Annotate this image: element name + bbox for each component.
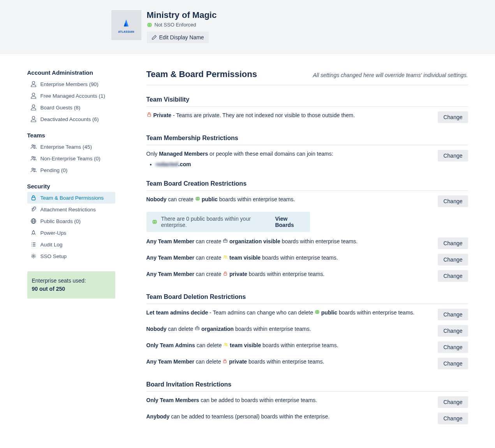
sidebar-item-pending-teams[interactable]: Pending (0) [27,164,115,176]
section-title: Team Board Creation Restrictions [146,180,468,191]
section-title: Team Membership Restrictions [146,135,468,145]
page-subtitle: All settings changed here will override … [313,72,468,78]
domain-list: redacted.com [156,160,430,169]
sidebar-item-team-board-permissions[interactable]: Team & Board Permissions [27,192,115,204]
list-icon [30,241,37,248]
membership-prefix: Only [146,151,159,157]
main-content: Team & Board Permissions All settings ch… [146,69,468,436]
change-button[interactable]: Change [438,111,468,123]
people-icon [30,167,37,173]
deletion-row-public: Let team admins decide - Team admins can… [146,309,468,320]
change-button[interactable]: Change [438,270,468,282]
seats-label: Enterprise seats used: [32,277,111,285]
sidebar-item-enterprise-members[interactable]: Enterprise Members (90) [27,78,115,90]
sidebar-item-label: Enterprise Teams (45) [41,144,92,150]
sidebar-item-enterprise-teams[interactable]: Enterprise Teams (45) [27,141,115,153]
page-title: Team & Board Permissions [146,69,257,79]
section-membership: Team Membership Restrictions Only Manage… [146,135,468,169]
rocket-icon [30,230,37,236]
globe-icon [30,218,37,224]
membership-suffix: or people with these email domains can j… [208,151,333,157]
change-button[interactable]: Change [438,150,468,162]
sidebar-item-attachment-restrictions[interactable]: Attachment Restrictions [27,204,115,215]
visibility-rest: - Teams are private. They are not indexe… [171,112,355,118]
sidebar-heading-account: Account Administration [27,69,115,76]
people-icon [30,155,37,162]
briefcase-icon [223,238,228,244]
change-button[interactable]: Change [438,195,468,207]
lock-icon [146,112,152,118]
sidebar-item-non-enterprise-teams[interactable]: Non-Enterprise Teams (0) [27,153,115,164]
sidebar-item-deactivated-accounts[interactable]: Deactivated Accounts (6) [27,113,115,125]
lock-icon [222,358,227,365]
org-title: Ministry of Magic [147,10,217,20]
section-title: Team Visibility [146,96,468,107]
change-button[interactable]: Change [438,237,468,249]
change-button[interactable]: Change [438,358,468,369]
person-icon [30,93,37,99]
change-button[interactable]: Change [438,396,468,408]
membership-row: Only Managed Members or people with thes… [146,150,468,169]
people-icon [223,255,228,261]
sidebar-item-label: Free Managed Accounts (1) [41,93,106,99]
creation-row-team: Any Team Member can create team visible … [146,254,468,265]
sidebar-item-label: Audit Log [41,242,63,248]
sidebar-heading-security: Security [27,183,115,190]
invitation-row-team: Only Team Members can be added to boards… [146,396,468,408]
deletion-row-private: Any Team Member can delete private board… [146,358,468,369]
header: ATLASSIAN Ministry of Magic Not SSO Enfo… [0,0,495,54]
sidebar-item-label: Pending (0) [41,167,68,173]
sidebar-item-label: Public Boards (0) [41,218,81,224]
domain-item: redacted.com [156,160,430,169]
seats-box: Enterprise seats used: 90 out of 250 [27,271,115,299]
briefcase-icon [195,326,200,332]
sidebar-item-power-ups[interactable]: Power-Ups [27,227,115,239]
clip-icon [30,206,37,213]
sidebar-item-label: Board Guests (8) [41,105,81,111]
globe-icon [147,22,152,28]
gear-icon [30,253,37,259]
edit-display-name-button[interactable]: Edit Display Name [147,32,209,43]
sidebar-item-label: Team & Board Permissions [41,195,104,201]
sso-status-label: Not SSO Enforced [155,22,196,28]
sidebar-item-label: Power-Ups [41,230,67,236]
globe-icon [315,309,320,316]
sidebar-item-label: SSO Setup [41,253,67,259]
visibility-row: Private - Teams are private. They are no… [146,111,468,123]
edit-button-label: Edit Display Name [159,34,204,40]
person-icon [30,81,37,87]
globe-icon [195,196,200,202]
change-button[interactable]: Change [438,413,468,424]
sidebar-item-sso-setup[interactable]: SSO Setup [27,250,115,262]
change-button[interactable]: Change [438,341,468,353]
logo-word: ATLASSIAN [118,30,134,33]
sidebar: Account Administration Enterprise Member… [27,69,115,436]
section-creation: Team Board Creation Restrictions Nobody … [146,180,468,282]
sidebar-heading-teams: Teams [27,132,115,139]
domain-blur: redacted [156,161,178,167]
section-team-visibility: Team Visibility Private - Teams are priv… [146,96,468,123]
visibility-bold: Private [153,112,171,118]
change-button[interactable]: Change [438,254,468,265]
sidebar-item-free-managed-accounts[interactable]: Free Managed Accounts (1) [27,90,115,102]
invitation-row-teamless: Anybody can be added to teamless (person… [146,413,468,424]
sidebar-item-board-guests[interactable]: Board Guests (8) [27,102,115,113]
people-icon [223,342,228,348]
public-boards-banner: There are 0 public boards within your en… [146,212,310,232]
seats-value: 90 out of 250 [32,285,111,293]
globe-icon [152,219,157,225]
org-logo: ATLASSIAN [111,10,141,40]
people-icon [30,144,37,150]
deletion-row-org: Nobody can delete organization boards wi… [146,325,468,337]
view-boards-link[interactable]: View Boards [275,216,304,228]
deletion-row-team: Only Team Admins can delete team visible… [146,341,468,353]
change-button[interactable]: Change [438,325,468,337]
sso-status: Not SSO Enforced [147,22,217,28]
change-button[interactable]: Change [438,309,468,320]
sidebar-item-public-boards[interactable]: Public Boards (0) [27,215,115,227]
section-invitation: Board Invitation Restrictions Only Team … [146,381,468,424]
page-head: Team & Board Permissions All settings ch… [146,69,468,85]
banner-text: There are 0 public boards within your en… [161,216,266,228]
section-deletion: Team Board Deletion Restrictions Let tea… [146,293,468,369]
sidebar-item-audit-log[interactable]: Audit Log [27,239,115,250]
